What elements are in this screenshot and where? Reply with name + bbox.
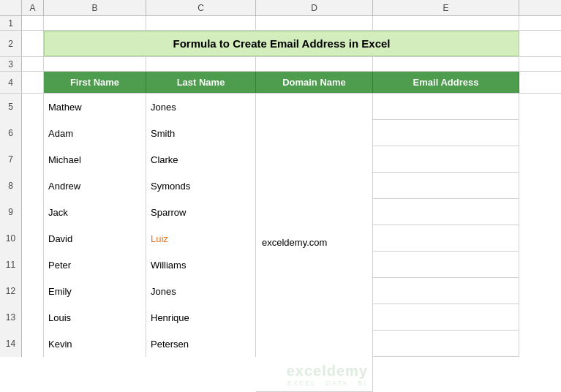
cell-a13[interactable] bbox=[22, 304, 44, 331]
cell-b5[interactable]: Mathew bbox=[44, 94, 146, 120]
watermark: exceldemy EXCEL · DATA · BI bbox=[287, 363, 368, 387]
cell-e11[interactable] bbox=[373, 252, 519, 278]
cell-c9[interactable]: Sparrow bbox=[146, 199, 256, 225]
cell-a7[interactable] bbox=[22, 146, 44, 173]
title-cell[interactable]: Formula to Create Email Address in Excel bbox=[44, 31, 519, 56]
domain-merged-cell[interactable]: exceldemy.com exceldemy EXCEL · DATA · B… bbox=[256, 94, 373, 392]
cell-b1[interactable] bbox=[44, 16, 146, 30]
cell-c3[interactable] bbox=[146, 57, 256, 71]
rownum-8: 8 bbox=[0, 173, 22, 199]
cell-d3[interactable] bbox=[256, 57, 373, 71]
row-3: 3 bbox=[0, 57, 561, 72]
firstname-10: David bbox=[48, 233, 72, 244]
cell-a11[interactable] bbox=[22, 252, 44, 278]
rownum-3: 3 bbox=[0, 57, 22, 71]
cell-a5[interactable] bbox=[22, 94, 44, 120]
lastname-6: Smith bbox=[151, 128, 175, 139]
cell-e14[interactable] bbox=[373, 331, 519, 357]
row-1: 1 bbox=[0, 16, 561, 31]
cell-c13[interactable]: Henrique bbox=[146, 304, 256, 331]
header-first-name[interactable]: First Name bbox=[44, 72, 146, 93]
col-header-d[interactable]: D bbox=[256, 0, 373, 15]
cell-e1[interactable] bbox=[373, 16, 519, 30]
cell-c14[interactable]: Petersen bbox=[146, 331, 256, 357]
cell-b8[interactable]: Andrew bbox=[44, 173, 146, 199]
cell-a9[interactable] bbox=[22, 199, 44, 225]
cell-e9[interactable] bbox=[373, 199, 519, 225]
cell-a14[interactable] bbox=[22, 331, 44, 357]
rownum-10: 10 bbox=[0, 225, 22, 252]
email-section bbox=[373, 94, 519, 392]
firstname-9: Jack bbox=[48, 207, 68, 218]
row-10: 10 David Luiz bbox=[0, 225, 256, 252]
cell-a12[interactable] bbox=[22, 278, 44, 304]
cell-c7[interactable]: Clarke bbox=[146, 146, 256, 173]
firstname-7: Michael bbox=[48, 154, 81, 165]
cell-c5[interactable]: Jones bbox=[146, 94, 256, 120]
cell-a8[interactable] bbox=[22, 173, 44, 199]
spreadsheet: A B C D E 1 2 Formula to Create Email Ad… bbox=[0, 0, 561, 392]
rownum-7: 7 bbox=[0, 146, 22, 173]
rownum-5: 5 bbox=[0, 94, 22, 120]
rownum-9: 9 bbox=[0, 199, 22, 225]
lastname-9: Sparrow bbox=[151, 207, 186, 218]
cell-c11[interactable]: Williams bbox=[146, 252, 256, 278]
cell-a3[interactable] bbox=[22, 57, 44, 71]
cell-e7[interactable] bbox=[373, 146, 519, 173]
col-header-row: A B C D E bbox=[0, 0, 561, 16]
cell-e6[interactable] bbox=[373, 120, 519, 146]
firstname-13: Louis bbox=[48, 312, 71, 323]
cell-b7[interactable]: Michael bbox=[44, 146, 146, 173]
col-header-c[interactable]: C bbox=[146, 0, 256, 15]
cell-c12[interactable]: Jones bbox=[146, 278, 256, 304]
lastname-11: Williams bbox=[151, 260, 186, 271]
cell-a1[interactable] bbox=[22, 16, 44, 30]
cell-c10[interactable]: Luiz bbox=[146, 225, 256, 252]
row-2: 2 Formula to Create Email Address in Exc… bbox=[0, 31, 561, 57]
lastname-10: Luiz bbox=[151, 233, 168, 244]
cell-e8[interactable] bbox=[373, 173, 519, 199]
cell-b13[interactable]: Louis bbox=[44, 304, 146, 331]
firstname-6: Adam bbox=[48, 128, 73, 139]
cell-e13[interactable] bbox=[373, 304, 519, 331]
col-header-b[interactable]: B bbox=[44, 0, 146, 15]
cell-a10[interactable] bbox=[22, 225, 44, 252]
cell-a6[interactable] bbox=[22, 120, 44, 146]
left-section: 5 Mathew Jones 6 Adam bbox=[0, 94, 256, 392]
cell-b9[interactable]: Jack bbox=[44, 199, 146, 225]
cell-d1[interactable] bbox=[256, 16, 373, 30]
header-last-name[interactable]: Last Name bbox=[146, 72, 256, 93]
cell-e12[interactable] bbox=[373, 278, 519, 304]
cell-b6[interactable]: Adam bbox=[44, 120, 146, 146]
cell-b12[interactable]: Emily bbox=[44, 278, 146, 304]
row-8: 8 Andrew Symonds bbox=[0, 173, 256, 199]
row-13: 13 Louis Henrique bbox=[0, 304, 256, 331]
cell-b14[interactable]: Kevin bbox=[44, 331, 146, 357]
cell-c6[interactable]: Smith bbox=[146, 120, 256, 146]
cell-e5[interactable] bbox=[373, 94, 519, 120]
col-header-e[interactable]: E bbox=[373, 0, 519, 15]
watermark-logo: exceldemy bbox=[287, 363, 368, 380]
cell-c1[interactable] bbox=[146, 16, 256, 30]
rownum-11: 11 bbox=[0, 252, 22, 278]
cell-b3[interactable] bbox=[44, 57, 146, 71]
header-domain-name[interactable]: Domain Name bbox=[256, 72, 373, 93]
cell-b10[interactable]: David bbox=[44, 225, 146, 252]
rownum-1: 1 bbox=[0, 16, 22, 30]
cell-e10[interactable] bbox=[373, 225, 519, 252]
cell-c8[interactable]: Symonds bbox=[146, 173, 256, 199]
cell-e3[interactable] bbox=[373, 57, 519, 71]
rownum-13: 13 bbox=[0, 304, 22, 331]
firstname-5: Mathew bbox=[48, 102, 82, 113]
firstname-14: Kevin bbox=[48, 339, 72, 350]
cell-a4[interactable] bbox=[22, 72, 44, 93]
title-text: Formula to Create Email Address in Excel bbox=[173, 37, 390, 50]
col-header-a[interactable]: A bbox=[22, 0, 44, 15]
sheet-container: A B C D E 1 2 Formula to Create Email Ad… bbox=[0, 0, 561, 392]
cell-b11[interactable]: Peter bbox=[44, 252, 146, 278]
cell-a2[interactable] bbox=[22, 31, 44, 56]
data-section: 5 Mathew Jones 6 Adam bbox=[0, 94, 561, 392]
corner-cell bbox=[0, 0, 22, 15]
rownum-12: 12 bbox=[0, 278, 22, 304]
header-email-address[interactable]: Email Address bbox=[373, 72, 519, 93]
